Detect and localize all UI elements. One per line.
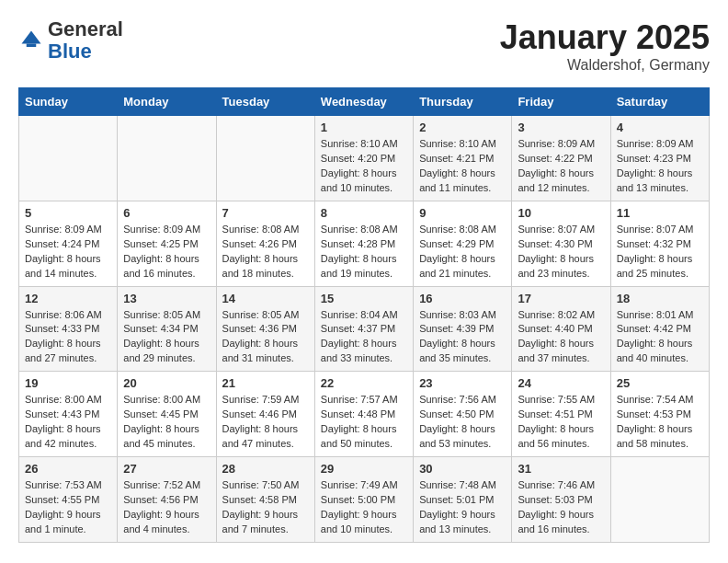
day-number: 22 xyxy=(321,376,407,390)
weekday-row: SundayMondayTuesdayWednesdayThursdayFrid… xyxy=(19,88,710,116)
calendar-week-row: 12Sunrise: 8:06 AM Sunset: 4:33 PM Dayli… xyxy=(19,286,710,372)
calendar-cell: 22Sunrise: 7:57 AM Sunset: 4:48 PM Dayli… xyxy=(314,372,413,457)
day-number: 31 xyxy=(518,462,604,476)
weekday-header: Saturday xyxy=(610,88,709,116)
calendar-cell: 29Sunrise: 7:49 AM Sunset: 5:00 PM Dayli… xyxy=(314,457,413,543)
logo-general: General xyxy=(48,17,123,40)
calendar-cell: 4Sunrise: 8:09 AM Sunset: 4:23 PM Daylig… xyxy=(610,116,709,201)
day-info: Sunrise: 8:09 AM Sunset: 4:22 PM Dayligh… xyxy=(518,137,604,196)
day-number: 16 xyxy=(419,292,506,305)
day-number: 19 xyxy=(25,376,111,390)
day-info: Sunrise: 7:55 AM Sunset: 4:51 PM Dayligh… xyxy=(518,393,604,452)
day-info: Sunrise: 7:52 AM Sunset: 4:56 PM Dayligh… xyxy=(123,478,210,537)
day-info: Sunrise: 7:46 AM Sunset: 5:03 PM Dayligh… xyxy=(518,478,604,537)
day-number: 14 xyxy=(222,292,309,305)
calendar-cell: 17Sunrise: 8:02 AM Sunset: 4:40 PM Dayli… xyxy=(512,286,610,372)
day-number: 9 xyxy=(419,206,506,220)
day-info: Sunrise: 8:05 AM Sunset: 4:36 PM Dayligh… xyxy=(222,308,309,367)
day-info: Sunrise: 8:08 AM Sunset: 4:29 PM Dayligh… xyxy=(419,223,506,282)
calendar-cell: 9Sunrise: 8:08 AM Sunset: 4:29 PM Daylig… xyxy=(414,201,512,286)
calendar-cell: 12Sunrise: 8:06 AM Sunset: 4:33 PM Dayli… xyxy=(19,286,118,372)
day-info: Sunrise: 8:02 AM Sunset: 4:40 PM Dayligh… xyxy=(518,308,604,367)
day-info: Sunrise: 8:10 AM Sunset: 4:20 PM Dayligh… xyxy=(321,137,407,196)
day-info: Sunrise: 7:49 AM Sunset: 5:00 PM Dayligh… xyxy=(321,478,407,537)
day-number: 23 xyxy=(419,376,506,390)
calendar-cell: 26Sunrise: 7:53 AM Sunset: 4:55 PM Dayli… xyxy=(19,457,118,543)
calendar-cell: 23Sunrise: 7:56 AM Sunset: 4:50 PM Dayli… xyxy=(414,372,512,457)
day-info: Sunrise: 8:07 AM Sunset: 4:32 PM Dayligh… xyxy=(617,223,703,282)
calendar-cell: 1Sunrise: 8:10 AM Sunset: 4:20 PM Daylig… xyxy=(314,116,413,201)
day-number: 12 xyxy=(25,292,111,305)
calendar-subtitle: Waldershof, Germany xyxy=(500,57,710,74)
weekday-header: Tuesday xyxy=(216,88,314,116)
day-info: Sunrise: 8:00 AM Sunset: 4:45 PM Dayligh… xyxy=(123,393,210,452)
calendar-cell: 16Sunrise: 8:03 AM Sunset: 4:39 PM Dayli… xyxy=(414,286,512,372)
day-number: 5 xyxy=(25,206,111,220)
day-info: Sunrise: 7:57 AM Sunset: 4:48 PM Dayligh… xyxy=(321,393,407,452)
day-number: 24 xyxy=(518,376,604,390)
calendar-cell: 27Sunrise: 7:52 AM Sunset: 4:56 PM Dayli… xyxy=(118,457,216,543)
page-header: General Blue January 2025 Waldershof, Ge… xyxy=(18,18,710,74)
day-number: 20 xyxy=(123,376,210,390)
calendar-cell xyxy=(118,116,216,201)
day-info: Sunrise: 8:06 AM Sunset: 4:33 PM Dayligh… xyxy=(25,308,111,367)
calendar-cell: 21Sunrise: 7:59 AM Sunset: 4:46 PM Dayli… xyxy=(216,372,314,457)
day-number: 13 xyxy=(123,292,210,305)
day-info: Sunrise: 8:05 AM Sunset: 4:34 PM Dayligh… xyxy=(123,308,210,367)
calendar-cell: 31Sunrise: 7:46 AM Sunset: 5:03 PM Dayli… xyxy=(512,457,610,543)
calendar-cell: 15Sunrise: 8:04 AM Sunset: 4:37 PM Dayli… xyxy=(314,286,413,372)
day-info: Sunrise: 8:09 AM Sunset: 4:24 PM Dayligh… xyxy=(25,223,111,282)
day-info: Sunrise: 8:09 AM Sunset: 4:23 PM Dayligh… xyxy=(617,137,703,196)
calendar-week-row: 26Sunrise: 7:53 AM Sunset: 4:55 PM Dayli… xyxy=(19,457,710,543)
calendar-table: SundayMondayTuesdayWednesdayThursdayFrid… xyxy=(18,87,710,543)
day-info: Sunrise: 8:10 AM Sunset: 4:21 PM Dayligh… xyxy=(419,137,506,196)
day-number: 25 xyxy=(617,376,703,390)
weekday-header: Monday xyxy=(118,88,216,116)
weekday-header: Thursday xyxy=(414,88,512,116)
logo: General Blue xyxy=(18,18,123,63)
day-number: 17 xyxy=(518,292,604,305)
day-info: Sunrise: 8:09 AM Sunset: 4:25 PM Dayligh… xyxy=(123,223,210,282)
calendar-week-row: 5Sunrise: 8:09 AM Sunset: 4:24 PM Daylig… xyxy=(19,201,710,286)
calendar-header: SundayMondayTuesdayWednesdayThursdayFrid… xyxy=(19,88,710,116)
day-number: 8 xyxy=(321,206,407,220)
calendar-cell: 2Sunrise: 8:10 AM Sunset: 4:21 PM Daylig… xyxy=(414,116,512,201)
day-number: 27 xyxy=(123,462,210,476)
calendar-cell: 18Sunrise: 8:01 AM Sunset: 4:42 PM Dayli… xyxy=(610,286,709,372)
day-number: 28 xyxy=(222,462,309,476)
day-info: Sunrise: 8:01 AM Sunset: 4:42 PM Dayligh… xyxy=(617,308,703,367)
calendar-cell: 3Sunrise: 8:09 AM Sunset: 4:22 PM Daylig… xyxy=(512,116,610,201)
day-number: 7 xyxy=(222,206,309,220)
logo-blue: Blue xyxy=(48,40,92,63)
calendar-cell: 19Sunrise: 8:00 AM Sunset: 4:43 PM Dayli… xyxy=(19,372,118,457)
calendar-cell: 25Sunrise: 7:54 AM Sunset: 4:53 PM Dayli… xyxy=(610,372,709,457)
calendar-cell: 13Sunrise: 8:05 AM Sunset: 4:34 PM Dayli… xyxy=(118,286,216,372)
calendar-title: January 2025 xyxy=(500,18,710,57)
day-number: 6 xyxy=(123,206,210,220)
calendar-cell xyxy=(610,457,709,543)
calendar-cell: 28Sunrise: 7:50 AM Sunset: 4:58 PM Dayli… xyxy=(216,457,314,543)
day-info: Sunrise: 8:08 AM Sunset: 4:28 PM Dayligh… xyxy=(321,223,407,282)
day-number: 29 xyxy=(321,462,407,476)
calendar-cell: 20Sunrise: 8:00 AM Sunset: 4:45 PM Dayli… xyxy=(118,372,216,457)
calendar-cell: 7Sunrise: 8:08 AM Sunset: 4:26 PM Daylig… xyxy=(216,201,314,286)
calendar-body: 1Sunrise: 8:10 AM Sunset: 4:20 PM Daylig… xyxy=(19,116,710,543)
weekday-header: Sunday xyxy=(19,88,118,116)
day-number: 10 xyxy=(518,206,604,220)
day-info: Sunrise: 8:04 AM Sunset: 4:37 PM Dayligh… xyxy=(321,308,407,367)
logo-text: General Blue xyxy=(48,18,123,63)
day-number: 15 xyxy=(321,292,407,305)
day-number: 11 xyxy=(617,206,703,220)
day-number: 18 xyxy=(617,292,703,305)
day-info: Sunrise: 7:48 AM Sunset: 5:01 PM Dayligh… xyxy=(419,478,506,537)
day-number: 3 xyxy=(518,121,604,134)
day-number: 4 xyxy=(617,121,703,134)
day-info: Sunrise: 8:03 AM Sunset: 4:39 PM Dayligh… xyxy=(419,308,506,367)
day-number: 2 xyxy=(419,121,506,134)
logo-icon xyxy=(18,28,44,53)
calendar-cell: 10Sunrise: 8:07 AM Sunset: 4:30 PM Dayli… xyxy=(512,201,610,286)
calendar-cell: 11Sunrise: 8:07 AM Sunset: 4:32 PM Dayli… xyxy=(610,201,709,286)
calendar-cell xyxy=(216,116,314,201)
calendar-week-row: 1Sunrise: 8:10 AM Sunset: 4:20 PM Daylig… xyxy=(19,116,710,201)
calendar-cell: 5Sunrise: 8:09 AM Sunset: 4:24 PM Daylig… xyxy=(19,201,118,286)
